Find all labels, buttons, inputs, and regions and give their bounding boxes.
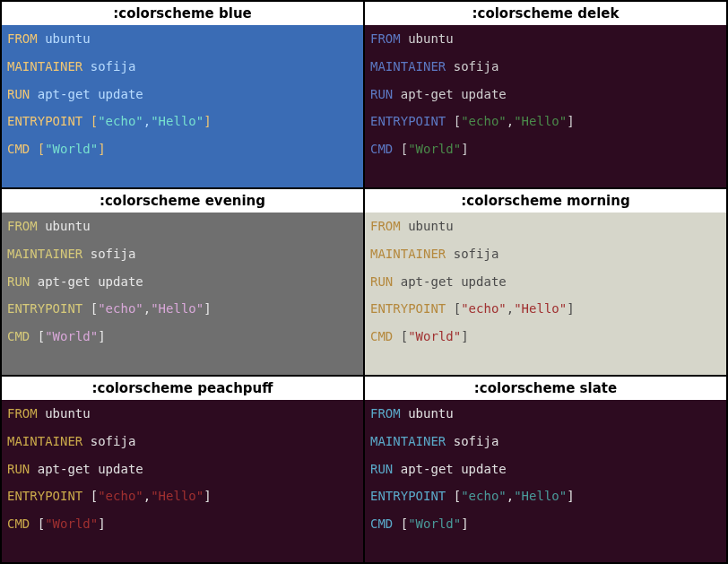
token-bracket: [ [38,329,45,343]
token-keyword: CMD [370,329,393,343]
code-line: ENTRYPOINT ["echo","Hello"] [7,299,358,319]
blank-line [370,265,721,272]
token-identifier [38,31,45,46]
token-identifier [38,219,45,233]
token-bracket: ] [567,489,574,503]
token-identifier: ubuntu [408,406,454,421]
token-string: "Hello" [151,489,204,503]
code-line: FROM ubuntu [7,216,358,237]
code-line: ENTRYPOINT ["echo","Hello"] [370,486,721,507]
token-identifier [393,329,400,343]
scheme-panel-delek: :colorscheme delekFROM ubuntuMAINTAINER … [364,1,727,188]
token-identifier: sofija [91,59,136,74]
code-block-evening: FROM ubuntuMAINTAINER sofijaRUN apt-get … [2,213,363,375]
token-bracket: ] [567,301,574,316]
token-bracket: ] [204,114,211,128]
code-block-slate: FROM ubuntuMAINTAINER sofijaRUN apt-get … [365,400,726,562]
token-identifier: ubuntu [408,219,454,233]
token-identifier [446,489,453,503]
token-keyword: FROM [7,31,38,46]
code-line: ENTRYPOINT ["echo","Hello"] [370,111,721,132]
token-bracket: [ [91,114,98,128]
code-line: FROM ubuntu [370,29,721,49]
token-string: "World" [45,329,98,343]
token-string: "echo" [98,489,143,503]
token-identifier: ubuntu [45,31,91,46]
token-identifier: apt-get update [38,87,143,101]
token-keyword: FROM [370,406,401,421]
token-bracket: ] [98,142,105,156]
token-comma: , [507,114,514,128]
code-block-delek: FROM ubuntuMAINTAINER sofijaRUN apt-get … [365,25,726,187]
token-identifier [82,247,90,261]
token-keyword: FROM [370,31,401,46]
blank-line [7,424,358,431]
token-identifier: sofija [91,247,136,261]
blank-line [370,507,721,514]
token-bracket: ] [567,114,574,128]
code-line: MAINTAINER sofija [7,431,358,452]
token-string: "Hello" [151,114,204,128]
code-line: FROM ubuntu [370,403,721,424]
token-identifier [446,301,453,316]
token-keyword: RUN [7,87,30,101]
token-keyword: RUN [370,274,393,289]
blank-line [7,105,358,112]
token-keyword: FROM [7,406,38,421]
token-comma: , [143,489,151,503]
token-keyword: CMD [7,329,30,343]
token-identifier [30,274,37,289]
blank-line [7,237,358,244]
token-identifier [30,462,37,476]
token-keyword: CMD [370,516,393,531]
code-line: RUN apt-get update [7,459,358,480]
scheme-title-morning: :colorscheme morning [365,189,726,213]
token-string: "World" [408,329,461,343]
token-keyword: MAINTAINER [370,434,446,448]
code-line: ENTRYPOINT ["echo","Hello"] [7,486,358,507]
token-string: "echo" [461,114,507,128]
code-line: CMD ["World"] [370,514,721,534]
token-identifier [30,87,37,101]
token-bracket: ] [204,489,211,503]
token-identifier: ubuntu [45,406,91,421]
token-identifier [30,516,37,531]
token-string: "World" [408,516,461,531]
token-identifier [30,142,37,156]
token-identifier: apt-get update [38,462,143,476]
token-identifier [393,87,400,101]
code-line: CMD ["World"] [7,326,358,347]
scheme-panel-peachpuff: :colorscheme peachpuffFROM ubuntuMAINTAI… [1,376,364,563]
token-identifier [446,114,453,128]
token-bracket: [ [454,489,461,503]
token-bracket: ] [461,329,468,343]
token-keyword: FROM [370,219,401,233]
token-identifier [446,59,453,74]
scheme-panel-morning: :colorscheme morningFROM ubuntuMAINTAINE… [364,188,727,376]
token-string: "echo" [98,301,143,316]
token-keyword: ENTRYPOINT [7,489,82,503]
token-string: "Hello" [151,301,204,316]
token-identifier: apt-get update [38,274,143,289]
code-line: FROM ubuntu [7,29,358,49]
code-block-blue: FROM ubuntuMAINTAINER sofijaRUN apt-get … [2,25,363,187]
token-identifier [393,274,400,289]
token-identifier: sofija [454,59,499,74]
blank-line [370,480,721,487]
token-bracket: ] [461,142,468,156]
blank-line [7,507,358,514]
code-line: CMD ["World"] [7,514,358,534]
colorscheme-grid: :colorscheme blueFROM ubuntuMAINTAINER s… [1,1,727,563]
blank-line [370,292,721,299]
token-identifier [82,301,90,316]
token-keyword: CMD [370,142,393,156]
token-identifier [30,329,37,343]
token-bracket: [ [401,516,408,531]
scheme-title-blue: :colorscheme blue [2,2,363,25]
token-string: "echo" [461,489,507,503]
code-line: RUN apt-get update [370,272,721,292]
scheme-panel-blue: :colorscheme blueFROM ubuntuMAINTAINER s… [1,1,364,188]
scheme-title-peachpuff: :colorscheme peachpuff [2,377,363,400]
token-bracket: [ [91,301,98,316]
token-keyword: CMD [7,142,30,156]
